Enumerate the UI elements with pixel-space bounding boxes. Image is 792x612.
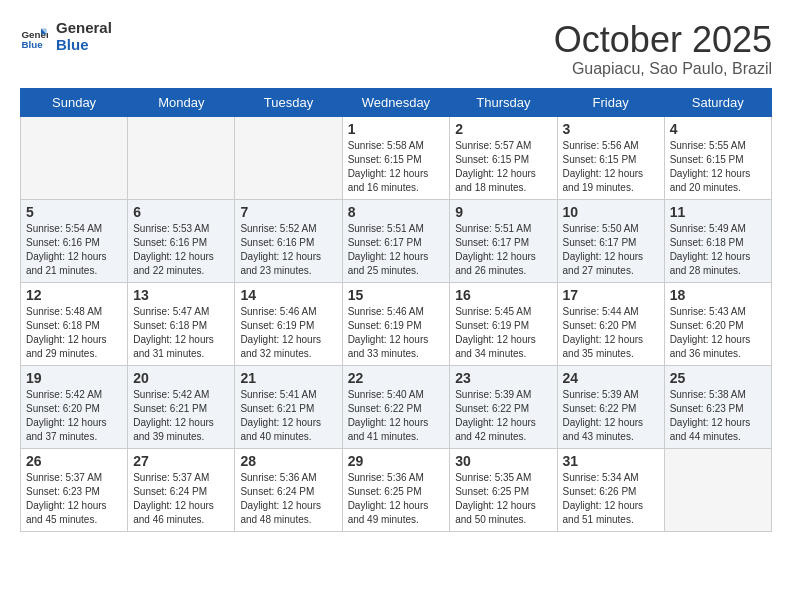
month-title: October 2025 [554,20,772,60]
calendar-day-cell: 21Sunrise: 5:41 AMSunset: 6:21 PMDayligh… [235,365,342,448]
day-info: Sunrise: 5:34 AMSunset: 6:26 PMDaylight:… [563,471,659,527]
day-number: 19 [26,370,122,386]
location: Guapiacu, Sao Paulo, Brazil [554,60,772,78]
day-info: Sunrise: 5:51 AMSunset: 6:17 PMDaylight:… [348,222,445,278]
day-number: 17 [563,287,659,303]
day-info: Sunrise: 5:36 AMSunset: 6:24 PMDaylight:… [240,471,336,527]
day-number: 31 [563,453,659,469]
calendar-day-cell: 1Sunrise: 5:58 AMSunset: 6:15 PMDaylight… [342,116,450,199]
day-info: Sunrise: 5:57 AMSunset: 6:15 PMDaylight:… [455,139,551,195]
day-info: Sunrise: 5:43 AMSunset: 6:20 PMDaylight:… [670,305,766,361]
weekday-header-monday: Monday [128,88,235,116]
day-number: 27 [133,453,229,469]
calendar-day-cell: 26Sunrise: 5:37 AMSunset: 6:23 PMDayligh… [21,448,128,531]
day-info: Sunrise: 5:37 AMSunset: 6:23 PMDaylight:… [26,471,122,527]
calendar-day-cell: 23Sunrise: 5:39 AMSunset: 6:22 PMDayligh… [450,365,557,448]
calendar-day-cell: 2Sunrise: 5:57 AMSunset: 6:15 PMDaylight… [450,116,557,199]
day-info: Sunrise: 5:48 AMSunset: 6:18 PMDaylight:… [26,305,122,361]
calendar-day-cell: 24Sunrise: 5:39 AMSunset: 6:22 PMDayligh… [557,365,664,448]
weekday-header-saturday: Saturday [664,88,771,116]
day-number: 3 [563,121,659,137]
calendar-day-cell: 29Sunrise: 5:36 AMSunset: 6:25 PMDayligh… [342,448,450,531]
logo-line1: General [56,20,112,37]
calendar-week-row: 12Sunrise: 5:48 AMSunset: 6:18 PMDayligh… [21,282,772,365]
day-number: 8 [348,204,445,220]
day-number: 20 [133,370,229,386]
day-number: 1 [348,121,445,137]
day-number: 26 [26,453,122,469]
day-number: 12 [26,287,122,303]
day-info: Sunrise: 5:39 AMSunset: 6:22 PMDaylight:… [455,388,551,444]
day-number: 10 [563,204,659,220]
day-info: Sunrise: 5:38 AMSunset: 6:23 PMDaylight:… [670,388,766,444]
day-info: Sunrise: 5:36 AMSunset: 6:25 PMDaylight:… [348,471,445,527]
day-number: 25 [670,370,766,386]
day-info: Sunrise: 5:45 AMSunset: 6:19 PMDaylight:… [455,305,551,361]
day-number: 30 [455,453,551,469]
day-info: Sunrise: 5:40 AMSunset: 6:22 PMDaylight:… [348,388,445,444]
day-info: Sunrise: 5:37 AMSunset: 6:24 PMDaylight:… [133,471,229,527]
weekday-header-wednesday: Wednesday [342,88,450,116]
calendar-day-cell: 14Sunrise: 5:46 AMSunset: 6:19 PMDayligh… [235,282,342,365]
calendar-day-cell: 6Sunrise: 5:53 AMSunset: 6:16 PMDaylight… [128,199,235,282]
calendar-day-cell: 27Sunrise: 5:37 AMSunset: 6:24 PMDayligh… [128,448,235,531]
logo-line2: Blue [56,37,112,54]
day-info: Sunrise: 5:56 AMSunset: 6:15 PMDaylight:… [563,139,659,195]
calendar-day-cell: 12Sunrise: 5:48 AMSunset: 6:18 PMDayligh… [21,282,128,365]
calendar-day-cell [21,116,128,199]
day-number: 15 [348,287,445,303]
calendar-day-cell: 15Sunrise: 5:46 AMSunset: 6:19 PMDayligh… [342,282,450,365]
day-info: Sunrise: 5:42 AMSunset: 6:21 PMDaylight:… [133,388,229,444]
day-info: Sunrise: 5:47 AMSunset: 6:18 PMDaylight:… [133,305,229,361]
day-number: 29 [348,453,445,469]
day-number: 14 [240,287,336,303]
day-info: Sunrise: 5:35 AMSunset: 6:25 PMDaylight:… [455,471,551,527]
calendar-day-cell: 22Sunrise: 5:40 AMSunset: 6:22 PMDayligh… [342,365,450,448]
day-number: 22 [348,370,445,386]
calendar-day-cell [235,116,342,199]
day-number: 11 [670,204,766,220]
calendar-day-cell [664,448,771,531]
day-info: Sunrise: 5:54 AMSunset: 6:16 PMDaylight:… [26,222,122,278]
weekday-header-sunday: Sunday [21,88,128,116]
day-info: Sunrise: 5:55 AMSunset: 6:15 PMDaylight:… [670,139,766,195]
day-number: 13 [133,287,229,303]
calendar-week-row: 19Sunrise: 5:42 AMSunset: 6:20 PMDayligh… [21,365,772,448]
logo-icon: General Blue [20,23,48,51]
day-number: 7 [240,204,336,220]
day-info: Sunrise: 5:42 AMSunset: 6:20 PMDaylight:… [26,388,122,444]
title-block: October 2025 Guapiacu, Sao Paulo, Brazil [554,20,772,78]
calendar-day-cell: 17Sunrise: 5:44 AMSunset: 6:20 PMDayligh… [557,282,664,365]
svg-text:Blue: Blue [21,38,43,49]
calendar-day-cell: 9Sunrise: 5:51 AMSunset: 6:17 PMDaylight… [450,199,557,282]
calendar-day-cell: 16Sunrise: 5:45 AMSunset: 6:19 PMDayligh… [450,282,557,365]
calendar-day-cell: 5Sunrise: 5:54 AMSunset: 6:16 PMDaylight… [21,199,128,282]
calendar-day-cell: 7Sunrise: 5:52 AMSunset: 6:16 PMDaylight… [235,199,342,282]
calendar-day-cell: 4Sunrise: 5:55 AMSunset: 6:15 PMDaylight… [664,116,771,199]
page-header: General Blue General Blue October 2025 G… [20,20,772,78]
calendar-day-cell: 25Sunrise: 5:38 AMSunset: 6:23 PMDayligh… [664,365,771,448]
day-info: Sunrise: 5:46 AMSunset: 6:19 PMDaylight:… [348,305,445,361]
calendar-week-row: 5Sunrise: 5:54 AMSunset: 6:16 PMDaylight… [21,199,772,282]
calendar-day-cell: 28Sunrise: 5:36 AMSunset: 6:24 PMDayligh… [235,448,342,531]
day-number: 16 [455,287,551,303]
calendar-day-cell: 18Sunrise: 5:43 AMSunset: 6:20 PMDayligh… [664,282,771,365]
day-number: 5 [26,204,122,220]
calendar-week-row: 26Sunrise: 5:37 AMSunset: 6:23 PMDayligh… [21,448,772,531]
calendar-week-row: 1Sunrise: 5:58 AMSunset: 6:15 PMDaylight… [21,116,772,199]
weekday-header-thursday: Thursday [450,88,557,116]
logo: General Blue General Blue [20,20,112,53]
day-number: 28 [240,453,336,469]
day-info: Sunrise: 5:51 AMSunset: 6:17 PMDaylight:… [455,222,551,278]
day-info: Sunrise: 5:44 AMSunset: 6:20 PMDaylight:… [563,305,659,361]
day-info: Sunrise: 5:49 AMSunset: 6:18 PMDaylight:… [670,222,766,278]
day-number: 6 [133,204,229,220]
day-info: Sunrise: 5:52 AMSunset: 6:16 PMDaylight:… [240,222,336,278]
day-number: 23 [455,370,551,386]
weekday-header-row: SundayMondayTuesdayWednesdayThursdayFrid… [21,88,772,116]
calendar-day-cell: 13Sunrise: 5:47 AMSunset: 6:18 PMDayligh… [128,282,235,365]
calendar-day-cell: 19Sunrise: 5:42 AMSunset: 6:20 PMDayligh… [21,365,128,448]
calendar-day-cell: 20Sunrise: 5:42 AMSunset: 6:21 PMDayligh… [128,365,235,448]
day-info: Sunrise: 5:50 AMSunset: 6:17 PMDaylight:… [563,222,659,278]
calendar-day-cell: 10Sunrise: 5:50 AMSunset: 6:17 PMDayligh… [557,199,664,282]
